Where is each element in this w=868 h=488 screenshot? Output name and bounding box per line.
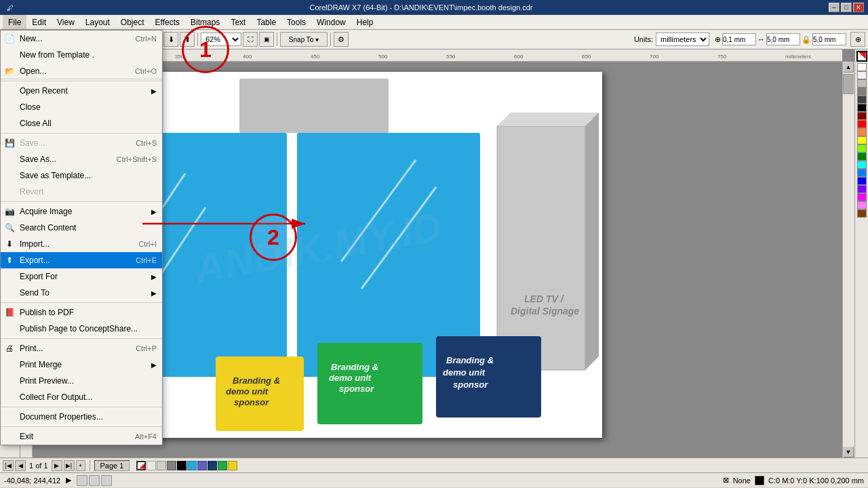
cs-darkblue[interactable] bbox=[197, 461, 207, 470]
cs-yellow[interactable] bbox=[228, 461, 237, 470]
menu-effects[interactable]: Effects bbox=[150, 15, 185, 29]
cs-silver[interactable] bbox=[157, 461, 166, 470]
menu-object[interactable]: Object bbox=[115, 15, 150, 29]
page-add[interactable]: + bbox=[76, 460, 85, 471]
scroll-down[interactable]: ▼ bbox=[843, 447, 854, 458]
color-brown[interactable] bbox=[857, 209, 867, 218]
options-btn[interactable]: ⚙ bbox=[334, 32, 349, 47]
snap-to-btn[interactable]: Snap To ▾ bbox=[280, 32, 328, 47]
exit-label: Exit bbox=[20, 432, 33, 441]
print-merge-label: Print Merge bbox=[20, 360, 62, 369]
menu-tools[interactable]: Tools bbox=[281, 15, 311, 29]
color-azure[interactable] bbox=[857, 169, 867, 177]
color-silver[interactable] bbox=[857, 79, 867, 87]
color-white[interactable] bbox=[857, 63, 867, 71]
menu-edit[interactable]: Edit bbox=[26, 15, 52, 29]
menu-item-import[interactable]: ⬇ Import... Ctrl+I bbox=[1, 236, 162, 252]
menu-item-new[interactable]: 📄 New... Ctrl+N bbox=[1, 30, 162, 47]
color-blue[interactable] bbox=[857, 177, 867, 185]
menu-item-send-to[interactable]: Send To ▶ bbox=[1, 285, 162, 301]
menu-item-open[interactable]: 📂 Open... Ctrl+O bbox=[1, 63, 162, 79]
lock-icon: 🔒 bbox=[802, 35, 811, 44]
color-black[interactable] bbox=[857, 104, 867, 112]
menu-window[interactable]: Window bbox=[311, 15, 351, 29]
menu-item-close[interactable]: Close bbox=[1, 99, 162, 115]
menu-file[interactable]: File bbox=[3, 15, 26, 29]
window-controls: ─ □ ✕ bbox=[829, 3, 864, 12]
scroll-up[interactable]: ▲ bbox=[843, 62, 854, 73]
page-first[interactable]: |◀ bbox=[3, 460, 14, 471]
right-scrollbar[interactable]: ▲ ▼ bbox=[842, 62, 854, 458]
units-combo[interactable]: millimeters bbox=[656, 33, 709, 46]
menu-item-exit[interactable]: Exit Alt+F4 bbox=[1, 428, 162, 445]
color-gray[interactable] bbox=[857, 87, 867, 96]
menu-item-acquire[interactable]: 📷 Acquire Image ▶ bbox=[1, 203, 162, 220]
page-next[interactable]: ▶ bbox=[52, 460, 62, 471]
zoom-page[interactable]: ▣ bbox=[259, 32, 274, 47]
page-tab[interactable]: Page 1 bbox=[94, 460, 130, 471]
x-input[interactable] bbox=[722, 33, 756, 45]
menu-item-publish-concept[interactable]: Publish Page to ConceptShare... bbox=[1, 321, 162, 337]
swatch-outline[interactable] bbox=[136, 461, 146, 470]
color-red[interactable] bbox=[857, 120, 867, 128]
no-fill-swatch[interactable] bbox=[856, 51, 867, 62]
cs-blue[interactable] bbox=[187, 461, 197, 470]
menu-item-open-recent[interactable]: Open Recent ▶ bbox=[1, 83, 162, 99]
color-lightgray[interactable] bbox=[857, 71, 867, 79]
svg-text:sponsor: sponsor bbox=[339, 384, 374, 394]
minimize-button[interactable]: ─ bbox=[829, 3, 840, 12]
menu-item-revert[interactable]: Revert bbox=[1, 184, 162, 200]
cs-gray[interactable] bbox=[167, 461, 176, 470]
exit-icon bbox=[3, 430, 16, 443]
menu-item-export-for[interactable]: Export For ▶ bbox=[1, 268, 162, 285]
menu-item-doc-props[interactable]: Document Properties... bbox=[1, 409, 162, 425]
color-yellow[interactable] bbox=[857, 136, 867, 144]
color-darkgray[interactable] bbox=[857, 96, 867, 104]
cs-white[interactable] bbox=[146, 461, 156, 470]
close-icon bbox=[3, 101, 16, 113]
color-cyan[interactable] bbox=[857, 161, 867, 169]
zoom-fit[interactable]: ⛶ bbox=[243, 32, 258, 47]
export-button[interactable]: ⬆ bbox=[180, 32, 195, 47]
scroll-thumb[interactable] bbox=[843, 74, 854, 94]
open-recent-arrow: ▶ bbox=[151, 87, 157, 95]
cs-green[interactable] bbox=[218, 461, 227, 470]
menu-view[interactable]: View bbox=[52, 15, 80, 29]
color-maroon[interactable] bbox=[857, 112, 867, 120]
menu-item-close-all[interactable]: Close All bbox=[1, 115, 162, 131]
color-magenta[interactable] bbox=[857, 193, 867, 201]
plus-btn[interactable]: ⊕ bbox=[850, 32, 865, 47]
menu-item-print-merge[interactable]: Print Merge ▶ bbox=[1, 357, 162, 373]
menu-item-publish-pdf[interactable]: 📕 Publish to PDF bbox=[1, 304, 162, 321]
menu-help[interactable]: Help bbox=[351, 15, 379, 29]
color-green[interactable] bbox=[857, 152, 867, 161]
maximize-button[interactable]: □ bbox=[841, 3, 852, 12]
color-pink[interactable] bbox=[857, 201, 867, 209]
page-last[interactable]: ▶| bbox=[64, 460, 75, 471]
menu-item-export[interactable]: ⬆ Export... Ctrl+E bbox=[1, 252, 162, 268]
cs-navy[interactable] bbox=[208, 461, 217, 470]
menu-layout[interactable]: Layout bbox=[80, 15, 115, 29]
menu-item-print[interactable]: 🖨 Print... Ctrl+P bbox=[1, 340, 162, 357]
h-input[interactable] bbox=[812, 33, 846, 45]
print-merge-icon bbox=[3, 359, 16, 371]
menu-bitmaps[interactable]: Bitmaps bbox=[185, 15, 225, 29]
close-button[interactable]: ✕ bbox=[853, 3, 864, 12]
menu-item-collect[interactable]: Collect For Output... bbox=[1, 389, 162, 405]
menu-text[interactable]: Text bbox=[225, 15, 251, 29]
cs-black[interactable] bbox=[177, 461, 186, 470]
color-lime[interactable] bbox=[857, 144, 867, 152]
import-button[interactable]: ⬇ bbox=[163, 32, 178, 47]
menu-item-save-as[interactable]: Save As... Ctrl+Shift+S bbox=[1, 151, 162, 167]
zoom-combo[interactable]: 62% bbox=[201, 33, 241, 46]
w-input[interactable] bbox=[766, 33, 800, 45]
page-prev[interactable]: ◀ bbox=[15, 460, 26, 471]
color-violet[interactable] bbox=[857, 185, 867, 193]
menu-item-save[interactable]: 💾 Save... Ctrl+S bbox=[1, 135, 162, 151]
menu-item-search-content[interactable]: 🔍 Search Content bbox=[1, 220, 162, 236]
menu-table[interactable]: Table bbox=[251, 15, 281, 29]
menu-item-new-from-template[interactable]: New from Template . bbox=[1, 47, 162, 63]
menu-item-print-preview[interactable]: Print Preview... bbox=[1, 373, 162, 389]
color-orange[interactable] bbox=[857, 128, 867, 136]
menu-item-save-template[interactable]: Save as Template... bbox=[1, 167, 162, 184]
